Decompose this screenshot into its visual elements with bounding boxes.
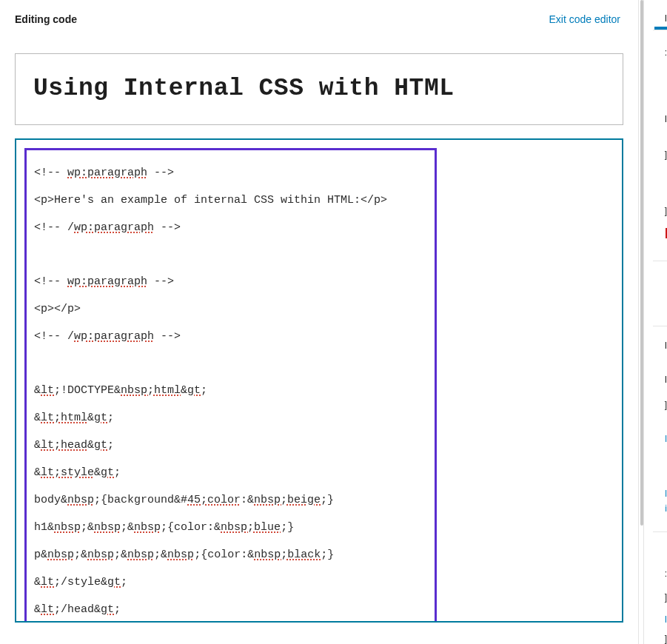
sidebar-fragment: l xyxy=(663,434,667,444)
code-line: &lt;/style&gt; xyxy=(34,574,427,590)
code-highlight-box: <!-- wp:paragraph --> <p>Here's an examp… xyxy=(24,148,437,623)
sidebar-panel: I : ‎ I [ ‎ [ ‎ I I [ l ‎ l i ‎ : [ I [ xyxy=(644,0,667,644)
code-line: <p></p> xyxy=(34,301,427,317)
code-line: <!-- wp:paragraph --> xyxy=(34,274,427,289)
editing-code-label: Editing code xyxy=(15,13,77,25)
sidebar-fragment: : xyxy=(663,47,667,58)
sidebar-divider xyxy=(653,30,667,30)
code-line: <!-- /wp:paragraph --> xyxy=(34,329,427,344)
sidebar-link-fragment[interactable]: i xyxy=(663,503,667,514)
code-line: &lt;style&gt; xyxy=(34,465,427,480)
code-line: <p>Here's an example of internal CSS wit… xyxy=(34,192,427,208)
code-line: &lt;/head&gt; xyxy=(34,602,427,617)
sidebar-fragment: I xyxy=(663,614,667,625)
post-title: Using Internal CSS with HTML xyxy=(33,75,605,102)
sidebar-fragment xyxy=(663,228,667,238)
code-line: h1&nbsp;&nbsp;&nbsp;{color:&nbsp;blue;} xyxy=(34,520,427,535)
sidebar-fragment: [ xyxy=(663,592,667,603)
scrollbar-track[interactable] xyxy=(638,0,644,644)
sidebar-divider xyxy=(653,261,667,261)
code-line: &lt;html&gt; xyxy=(34,410,427,426)
title-input-box[interactable]: Using Internal CSS with HTML xyxy=(15,53,623,125)
sidebar-fragment: ‎ xyxy=(663,545,667,555)
sidebar-fragment: ‎ xyxy=(663,80,667,90)
exit-code-editor-link[interactable]: Exit code editor xyxy=(549,13,621,25)
sidebar-fragment: I xyxy=(663,341,667,351)
code-line: <!-- wp:paragraph --> xyxy=(34,165,427,181)
sidebar-link-fragment[interactable]: l xyxy=(663,489,667,499)
sidebar-fragment: [ xyxy=(663,206,667,216)
sidebar-fragment: ‎ xyxy=(663,184,667,194)
sidebar-divider xyxy=(653,326,667,326)
sidebar-fragment: I xyxy=(663,114,667,124)
code-editor-textarea[interactable]: <!-- wp:paragraph --> <p>Here's an examp… xyxy=(15,138,623,623)
sidebar-fragment: [ xyxy=(663,150,667,160)
editor-header: Editing code Exit code editor xyxy=(15,13,623,25)
code-line: <!-- /wp:paragraph --> xyxy=(34,220,427,235)
code-line: body&nbsp;{background&#45;color:&nbsp;be… xyxy=(34,492,427,508)
sidebar-fragment: [ xyxy=(663,634,667,644)
code-line: &lt;!DOCTYPE&nbsp;html&gt; xyxy=(34,383,427,398)
editor-canvas: Editing code Exit code editor Using Inte… xyxy=(0,0,667,644)
sidebar-fragment: I xyxy=(663,13,667,24)
sidebar-divider xyxy=(653,531,667,532)
sidebar-fragment: ‎ xyxy=(663,274,667,284)
right-sidebar-cropped: I : ‎ I [ ‎ [ ‎ I I [ l ‎ l i ‎ : [ I [ xyxy=(638,0,667,644)
sidebar-fragment: ‎ xyxy=(663,463,667,474)
code-line: p&nbsp;&nbsp;&nbsp;&nbsp;{color:&nbsp;bl… xyxy=(34,547,427,563)
sidebar-fragment: I xyxy=(663,375,667,385)
sidebar-fragment: : xyxy=(663,568,667,579)
main-area: Editing code Exit code editor Using Inte… xyxy=(0,0,638,644)
sidebar-fragment: [ xyxy=(663,400,667,410)
scrollbar-thumb[interactable] xyxy=(640,0,643,526)
code-line: &lt;head&gt; xyxy=(34,437,427,453)
